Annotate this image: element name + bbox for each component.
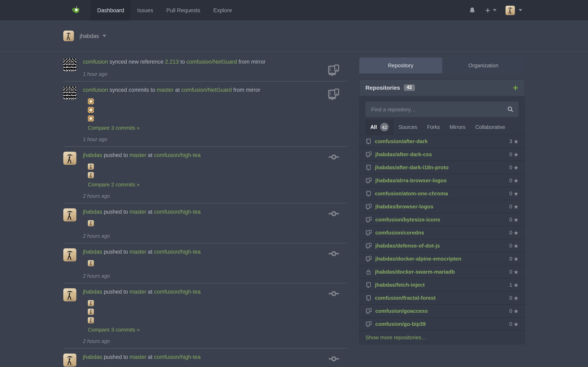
- feed-link[interactable]: comfusion: [83, 59, 108, 65]
- actor-avatar[interactable]: [63, 58, 76, 71]
- feed-link[interactable]: comfusion/high-tea: [154, 209, 200, 215]
- feed-link[interactable]: master: [130, 249, 146, 255]
- feed-link[interactable]: comfusion/NetGuard: [186, 59, 237, 65]
- feed-title: jhabdas pushed to master at comfusion/hi…: [83, 288, 323, 296]
- star-icon: ★: [513, 164, 519, 171]
- plus-icon: [485, 7, 491, 13]
- gitea-logo[interactable]: [71, 0, 81, 20]
- feed-link[interactable]: jhabdas: [83, 354, 102, 360]
- commit-author-avatar: [88, 220, 94, 226]
- repo-filter[interactable]: Mirrors: [445, 119, 470, 134]
- repo-list-item: jhabdas/after-dark-i18n-proto 0★: [359, 161, 525, 174]
- feed-link[interactable]: comfusion/NetGuard: [181, 87, 232, 93]
- repo-link[interactable]: jhabdas/docker-swarm-mariadb: [375, 269, 509, 275]
- git-commit-icon: [328, 355, 340, 363]
- repo-search-input[interactable]: [370, 106, 507, 113]
- repo-link[interactable]: comfusion/bytesize-icons: [375, 217, 509, 223]
- create-new-button[interactable]: [482, 7, 499, 13]
- actor-avatar[interactable]: [63, 354, 76, 367]
- actor-avatar[interactable]: [63, 208, 76, 221]
- repo-star-count: 0★: [509, 203, 519, 210]
- repo-filter[interactable]: All 42: [365, 119, 394, 134]
- compare-commits-link[interactable]: Compare 3 commits »: [88, 327, 140, 333]
- feed-link[interactable]: jhabdas: [83, 209, 102, 215]
- feed-link[interactable]: master: [130, 209, 146, 215]
- star-icon: ★: [513, 295, 519, 301]
- actor-avatar[interactable]: [63, 248, 76, 261]
- nav-menu: DashboardIssuesPull RequestsExplore: [91, 0, 238, 20]
- repo-link[interactable]: jhabdas/after-dark-css: [375, 151, 509, 157]
- compare-commits-link[interactable]: Compare 2 commits »: [88, 182, 140, 188]
- umbrella-person-figure: [63, 354, 76, 367]
- feed-link[interactable]: comfusion/high-tea: [154, 152, 200, 158]
- repo-link[interactable]: jhabdas/defense-of-dot-js: [375, 243, 509, 249]
- repo-link[interactable]: jhabdas/after-dark-i18n-proto: [375, 164, 509, 170]
- umbrella-person-figure: [63, 152, 76, 165]
- repo-link[interactable]: comfusion/coredns: [375, 230, 509, 236]
- chevron-down-icon: [519, 9, 522, 11]
- notifications-button[interactable]: [466, 7, 478, 14]
- commit-author-avatar: [88, 317, 94, 323]
- feed-link[interactable]: comfusion: [83, 87, 108, 93]
- repo-filter[interactable]: Sources: [394, 119, 422, 134]
- nav-item[interactable]: Pull Requests: [160, 0, 207, 20]
- search-icon[interactable]: [507, 106, 514, 113]
- feed-link[interactable]: master: [130, 289, 146, 295]
- compare-commits-link[interactable]: Compare 3 commits »: [88, 125, 140, 131]
- actor-avatar[interactable]: [63, 86, 76, 100]
- repo-link[interactable]: comfusion/after-dark: [375, 138, 509, 144]
- repo-star-count: 0★: [509, 151, 519, 158]
- repo-star-count: 0★: [509, 216, 519, 223]
- commit-list: [88, 219, 323, 227]
- panel-tab[interactable]: Repository: [359, 58, 442, 73]
- feed-timestamp: 2 hours ago: [83, 338, 323, 344]
- panel-tab[interactable]: Organization: [442, 58, 525, 73]
- repo-link[interactable]: comfusion/fractal-forest: [375, 295, 509, 301]
- commit-author-avatar: [88, 300, 94, 306]
- umbrella-person-figure: [88, 309, 94, 315]
- feed-link[interactable]: comfusion/high-tea: [154, 289, 200, 295]
- commit-row: [88, 219, 323, 227]
- repo-filter[interactable]: Collaborative: [470, 119, 510, 134]
- repo-link[interactable]: comfusion/goaccess: [375, 308, 509, 314]
- feed-title: jhabdas pushed to master at comfusion/hi…: [83, 152, 323, 159]
- repo-filter[interactable]: Forks: [422, 119, 445, 134]
- filter-count-badge: 42: [380, 123, 389, 131]
- actor-avatar[interactable]: [63, 152, 76, 165]
- star-icon: ★: [513, 308, 519, 314]
- feed-link[interactable]: jhabdas: [83, 249, 102, 255]
- repo-list-item: jhabdas/alrra-browser-logos 0★: [359, 174, 525, 187]
- repo-link[interactable]: jhabdas/browser-logos: [375, 203, 509, 210]
- feed-link[interactable]: master: [130, 152, 146, 158]
- repo-link[interactable]: jhabdas/alrra-browser-logos: [375, 177, 509, 184]
- nav-item[interactable]: Explore: [207, 0, 239, 20]
- repo-icon: [365, 282, 372, 288]
- star-icon: ★: [513, 256, 519, 262]
- repo-list-item: jhabdas/docker-alpine-emscripten 0★: [359, 252, 525, 266]
- star-icon: ★: [513, 151, 519, 158]
- commit-author-avatar: [88, 309, 94, 315]
- actor-avatar[interactable]: [63, 288, 76, 301]
- feed-link[interactable]: jhabdas: [83, 289, 102, 295]
- feed-link[interactable]: master: [157, 87, 174, 93]
- repo-link[interactable]: jhabdas/docker-alpine-emscripten: [375, 256, 509, 262]
- show-more-repositories-link[interactable]: Show more repositories…: [359, 331, 525, 344]
- repo-link[interactable]: comfusion/atom-one-chroma: [375, 191, 509, 197]
- repo-link[interactable]: comfusion/go-bip39: [375, 321, 509, 327]
- nav-item[interactable]: Dashboard: [91, 0, 131, 20]
- feed-link[interactable]: comfusion/high-tea: [154, 354, 200, 360]
- commit-row: [88, 114, 323, 123]
- context-switcher[interactable]: jhabdas: [63, 31, 106, 41]
- feed-link[interactable]: master: [130, 354, 146, 360]
- umbrella-person-figure: [88, 317, 94, 323]
- star-icon: ★: [513, 177, 519, 184]
- user-menu[interactable]: [503, 6, 525, 15]
- add-repository-button[interactable]: [512, 85, 519, 91]
- feed-link[interactable]: comfusion/high-tea: [154, 249, 200, 255]
- commit-list: [88, 162, 323, 179]
- nav-item[interactable]: Issues: [131, 0, 160, 20]
- repo-link[interactable]: jhabdas/fetch-inject: [375, 282, 509, 288]
- feed-link[interactable]: jhabdas: [83, 152, 102, 158]
- feed-link[interactable]: 2.213: [165, 59, 179, 65]
- repo-list-item: jhabdas/defense-of-dot-js 0★: [359, 239, 525, 252]
